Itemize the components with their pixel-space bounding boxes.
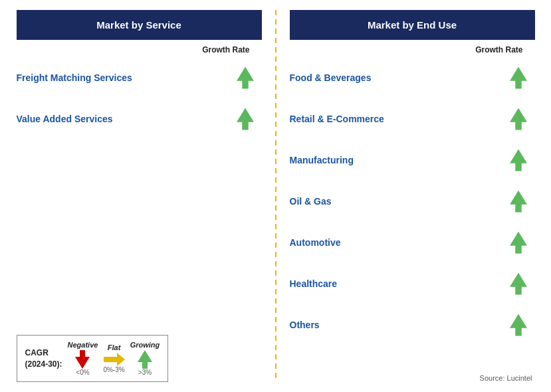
list-item: Manufacturing [290,140,535,181]
svg-marker-8 [510,190,527,212]
legend-growing: Growing >3% [130,341,160,376]
legend-flat-sub: 0%-3% [103,366,124,373]
green-up-arrow-icon [510,190,527,213]
green-up-arrow-icon [237,66,254,89]
item-label: Oil & Gas [290,195,502,207]
svg-marker-3 [104,353,125,366]
left-growth-rate-label: Growth Rate [202,45,249,54]
arrow-cell [502,272,535,295]
list-item: Retail & E-Commerce [290,98,535,140]
item-label: Food & Beverages [290,72,502,84]
legend-growing-label: Growing [130,341,160,349]
svg-marker-4 [138,350,152,369]
item-label: Value Added Services [17,113,229,125]
green-up-arrow-icon [510,314,527,336]
list-item: Value Added Services [17,98,262,140]
legend-negative-sub: <0% [76,369,89,376]
green-up-arrow-icon [510,108,527,130]
arrow-cell [229,66,262,89]
list-item: Oil & Gas [290,181,535,222]
yellow-right-arrow-icon [104,353,125,366]
panel-divider [275,10,276,382]
right-panel: Market by End Use Growth Rate Food & Bev… [283,10,542,382]
svg-marker-0 [237,66,254,88]
legend-growing-sub: >3% [138,369,152,376]
arrow-cell [502,190,535,213]
svg-marker-11 [510,314,527,336]
svg-marker-5 [510,66,527,88]
svg-marker-1 [237,108,254,130]
list-item: Automotive [290,222,535,263]
arrow-cell [502,108,535,130]
list-item: Healthcare [290,263,535,304]
item-label: Others [290,319,502,331]
list-item: Freight Matching Services [17,57,262,98]
arrow-cell [502,66,535,89]
right-items-list: Food & BeveragesRetail & E-CommerceManuf… [290,57,535,369]
arrow-cell [229,108,262,130]
red-down-arrow-icon [75,350,90,369]
svg-marker-2 [75,350,90,369]
right-header: Market by End Use [290,10,535,40]
legend-negative-label: Negative [68,341,98,349]
list-item: Food & Beverages [290,57,535,98]
green-up-arrow-icon [510,231,527,254]
svg-marker-7 [510,149,527,171]
green-up-arrow-icon [510,272,527,295]
green-up-arrow-legend-icon [138,350,152,369]
legend-box: CAGR(2024-30): Negative <0% Flat 0%-3% G… [17,335,169,382]
green-up-arrow-icon [510,66,527,89]
item-label: Manufacturing [290,154,502,166]
green-up-arrow-icon [510,149,527,171]
svg-marker-10 [510,272,527,294]
svg-marker-9 [510,231,527,253]
green-up-arrow-icon [237,108,254,130]
source-row: Source: Lucintel [290,374,535,382]
left-header-text: Market by Service [96,19,181,31]
arrow-cell [502,231,535,254]
item-label: Freight Matching Services [17,72,229,84]
item-label: Automotive [290,237,502,248]
svg-marker-6 [510,108,527,130]
legend-flat-label: Flat [108,343,121,351]
legend-cagr-label: CAGR(2024-30): [25,347,62,370]
left-items-list: Freight Matching ServicesValue Added Ser… [17,57,262,328]
item-label: Healthcare [290,278,502,290]
right-growth-rate-row: Growth Rate [290,45,535,54]
arrow-cell [502,314,535,336]
left-growth-rate-row: Growth Rate [17,45,262,54]
arrow-cell [502,149,535,171]
legend-negative: Negative <0% [68,341,98,376]
left-header: Market by Service [17,10,262,40]
list-item: Others [290,304,535,345]
item-label: Retail & E-Commerce [290,113,502,125]
legend-flat: Flat 0%-3% [103,343,124,373]
source-text: Source: Lucintel [480,374,532,382]
left-panel: Market by Service Growth Rate Freight Ma… [10,10,269,382]
right-header-text: Market by End Use [368,19,457,31]
right-growth-rate-label: Growth Rate [475,45,522,54]
main-container: Market by Service Growth Rate Freight Ma… [10,10,542,382]
